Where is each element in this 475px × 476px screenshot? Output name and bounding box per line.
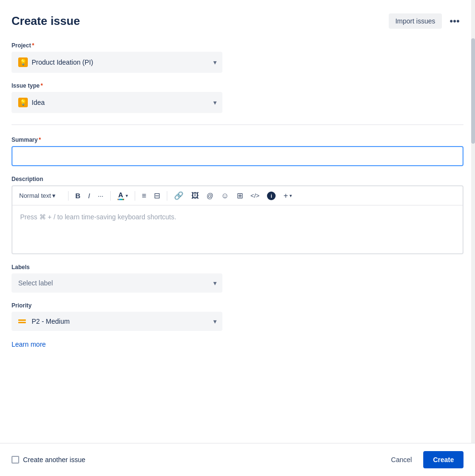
issue-type-select-wrapper: 💡 Idea ▾ [12, 92, 222, 113]
link-button[interactable]: 🔗 [171, 189, 186, 202]
project-field-group: Project * 💡 Product Ideation (PI) ▾ [12, 42, 463, 73]
emoji-button[interactable]: ☺ [218, 190, 232, 202]
info-icon: i [267, 192, 276, 200]
create-another-checkbox-wrapper[interactable]: Create another issue [12, 456, 85, 464]
italic-icon: I [88, 192, 90, 200]
issue-type-label: Issue type * [12, 82, 463, 89]
project-select[interactable]: 💡 Product Ideation (PI) ▾ [12, 52, 222, 73]
labels-label: Labels [12, 264, 463, 271]
description-toolbar: Normal text ▾ B I ··· [12, 186, 463, 205]
scrollbar-thumb[interactable] [471, 38, 475, 144]
mention-icon: @ [207, 192, 213, 200]
text-style-chevron-icon: ▾ [52, 192, 56, 199]
issue-type-select[interactable]: 💡 Idea ▾ [12, 92, 222, 113]
toolbar-separator-2 [110, 191, 111, 201]
priority-value: P2 - Medium [32, 317, 70, 325]
mention-button[interactable]: @ [204, 190, 216, 202]
footer-right: Cancel Create [385, 451, 463, 468]
text-color-icon: A [117, 191, 124, 200]
header-row: Create issue Import issues ••• [12, 13, 463, 29]
import-issues-button[interactable]: Import issues [389, 13, 442, 29]
code-icon: </> [251, 192, 260, 199]
labels-placeholder: Select label [18, 279, 53, 287]
divider [12, 125, 463, 125]
content-area: Create issue Import issues ••• Project *… [0, 0, 475, 443]
project-chevron-icon: ▾ [213, 58, 217, 66]
image-button[interactable]: 🖼 [188, 190, 202, 202]
footer-left: Create another issue [12, 456, 85, 464]
bold-button[interactable]: B [72, 190, 83, 202]
summary-input[interactable] [12, 146, 463, 166]
issue-type-value: Idea [32, 99, 45, 106]
labels-field-group: Labels Select label ▾ [12, 264, 463, 293]
idea-icon: 💡 [18, 98, 28, 107]
cancel-button[interactable]: Cancel [385, 452, 418, 467]
summary-label: Summary * [12, 136, 463, 143]
table-icon: ⊞ [237, 191, 243, 200]
project-label: Project * [12, 42, 463, 49]
description-placeholder: Press ⌘ + / to learn time-saving keyboar… [20, 213, 176, 221]
description-label: Description [12, 176, 463, 182]
labels-select[interactable]: Select label ▾ [12, 273, 222, 293]
bullet-list-button[interactable]: ≡ [139, 190, 149, 202]
learn-more-link[interactable]: Learn more [12, 340, 46, 348]
text-style-label: Normal text [19, 192, 51, 199]
page-title: Create issue [12, 14, 80, 28]
labels-select-wrapper: Select label ▾ [12, 273, 222, 293]
info-button[interactable]: i [264, 190, 278, 202]
priority-chevron-icon: ▾ [213, 317, 217, 325]
table-button[interactable]: ⊞ [234, 189, 246, 202]
toolbar-separator-4 [167, 191, 167, 201]
more-text-icon: ··· [98, 192, 104, 200]
description-editor-body[interactable]: Press ⌘ + / to learn time-saving keyboar… [12, 205, 463, 253]
priority-field-group: Priority P2 - Medium ▾ [12, 302, 463, 331]
priority-select[interactable]: P2 - Medium ▾ [12, 312, 222, 331]
project-select-wrapper: 💡 Product Ideation (PI) ▾ [12, 52, 222, 73]
description-editor: Normal text ▾ B I ··· [12, 185, 463, 254]
image-icon: 🖼 [191, 192, 199, 200]
more-options-button[interactable]: ••• [446, 14, 463, 29]
project-required-star: * [32, 42, 35, 49]
more-options-icon: ••• [450, 16, 460, 26]
link-icon: 🔗 [174, 191, 184, 200]
toolbar-separator-1 [68, 191, 69, 201]
priority-select-wrapper: P2 - Medium ▾ [12, 312, 222, 331]
priority-icon [18, 319, 26, 323]
labels-chevron-icon: ▾ [213, 279, 217, 287]
priority-label: Priority [12, 302, 463, 309]
ordered-list-button[interactable]: ⊟ [151, 189, 163, 202]
project-value: Product Ideation (PI) [32, 58, 93, 66]
summary-required-star: * [39, 136, 41, 143]
add-chevron-icon: ▾ [290, 193, 292, 198]
create-another-label: Create another issue [23, 456, 85, 464]
description-field-group: Description Normal text ▾ B I [12, 176, 463, 254]
issue-type-field-group: Issue type * 💡 Idea ▾ [12, 82, 463, 113]
header-actions: Import issues ••• [389, 13, 463, 29]
text-color-chevron-icon: ▾ [126, 193, 128, 198]
italic-button[interactable]: I [85, 190, 93, 202]
text-style-button[interactable]: Normal text ▾ [16, 190, 64, 201]
code-button[interactable]: </> [248, 190, 263, 201]
bullet-list-icon: ≡ [142, 192, 146, 200]
summary-field-group: Summary * [12, 136, 463, 166]
toolbar-separator-3 [135, 191, 135, 201]
create-issue-dialog: Create issue Import issues ••• Project *… [0, 0, 475, 476]
text-color-button[interactable]: A ▾ [115, 189, 131, 202]
footer: Create another issue Cancel Create [0, 443, 475, 476]
more-text-options-button[interactable]: ··· [95, 190, 106, 202]
scrollbar-track[interactable] [471, 0, 475, 443]
add-icon: + [283, 192, 288, 200]
issue-type-chevron-icon: ▾ [213, 99, 217, 106]
emoji-icon: ☺ [221, 192, 229, 200]
add-more-button[interactable]: + ▾ [280, 190, 294, 202]
bold-icon: B [75, 192, 81, 200]
issue-type-required-star: * [41, 82, 43, 89]
create-button[interactable]: Create [423, 451, 463, 468]
create-another-checkbox[interactable] [12, 456, 19, 464]
project-icon: 💡 [18, 57, 28, 67]
ordered-list-icon: ⊟ [154, 191, 160, 200]
